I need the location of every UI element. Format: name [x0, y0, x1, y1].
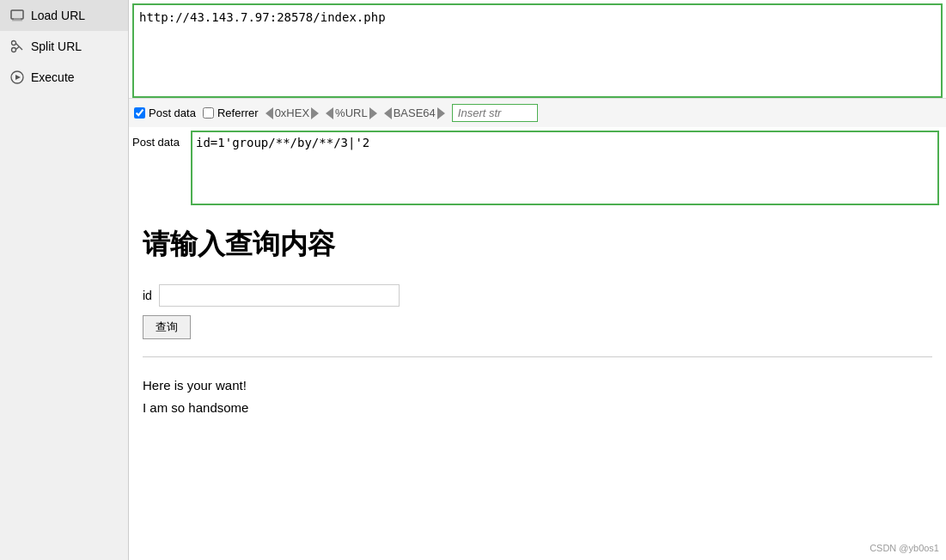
base64-arrow-right-icon: [437, 107, 445, 119]
query-button[interactable]: 查询: [143, 315, 191, 339]
split-url-icon: [9, 38, 26, 55]
post-data-textarea[interactable]: id=1'group/**/by/**/3|'2: [192, 132, 937, 201]
split-url-label: Split URL: [31, 40, 82, 53]
svg-rect-1: [14, 18, 21, 20]
referrer-checkbox-label[interactable]: Referrer: [203, 107, 259, 119]
base64-arrow-left-icon: [384, 107, 392, 119]
form-id-label: id: [143, 289, 152, 302]
result-line-2: I am so handsome: [143, 397, 932, 419]
execute-label: Execute: [31, 70, 75, 84]
form-row: id: [143, 284, 932, 307]
post-data-checkbox-label[interactable]: Post data: [134, 107, 196, 119]
insert-string-input[interactable]: [452, 104, 538, 122]
page-content: 请输入查询内容 id 查询 Here is your want! I am so…: [129, 209, 946, 435]
load-url-button[interactable]: Load URL: [0, 0, 128, 31]
result-line-1: Here is your want!: [143, 374, 932, 397]
post-data-textarea-wrap: id=1'group/**/by/**/3|'2: [191, 131, 939, 205]
svg-point-3: [12, 41, 16, 46]
svg-marker-8: [15, 75, 21, 80]
options-bar: Post data Referrer 0xHEX %URL BASE64: [129, 98, 946, 127]
url-input[interactable]: http://43.143.7.97:28578/index.php: [139, 10, 936, 88]
svg-point-4: [12, 48, 16, 52]
load-url-label: Load URL: [31, 9, 85, 22]
page-title: 请输入查询内容: [143, 226, 932, 264]
svg-rect-2: [12, 20, 22, 21]
svg-rect-0: [11, 10, 23, 19]
result-text: Here is your want! I am so handsome: [143, 374, 932, 418]
url-arrow-left-icon: [326, 107, 333, 119]
form-id-input[interactable]: [159, 284, 400, 307]
hex-arrow-right-icon: [311, 107, 319, 119]
execute-button[interactable]: Execute: [0, 62, 128, 93]
left-toolbar: Load URL Split URL E: [0, 0, 129, 560]
watermark: CSDN @yb0os1: [870, 543, 939, 553]
hex-left-button[interactable]: 0xHEX: [265, 107, 319, 119]
right-panel: http://43.143.7.97:28578/index.php Post …: [129, 0, 946, 560]
base64-button[interactable]: BASE64: [384, 107, 445, 119]
post-data-label: Post data: [132, 131, 184, 149]
hex-arrow-left-icon: [265, 107, 273, 119]
load-url-icon: [9, 7, 26, 24]
url-encode-button[interactable]: %URL: [326, 107, 377, 119]
referrer-checkbox[interactable]: [203, 107, 214, 119]
url-section: http://43.143.7.97:28578/index.php: [132, 3, 943, 98]
execute-icon: [9, 69, 26, 86]
post-data-checkbox[interactable]: [134, 107, 145, 119]
url-arrow-right-icon: [369, 107, 377, 119]
split-url-button[interactable]: Split URL: [0, 31, 128, 62]
divider: [143, 356, 932, 357]
post-data-section: Post data id=1'group/**/by/**/3|'2: [129, 127, 946, 209]
